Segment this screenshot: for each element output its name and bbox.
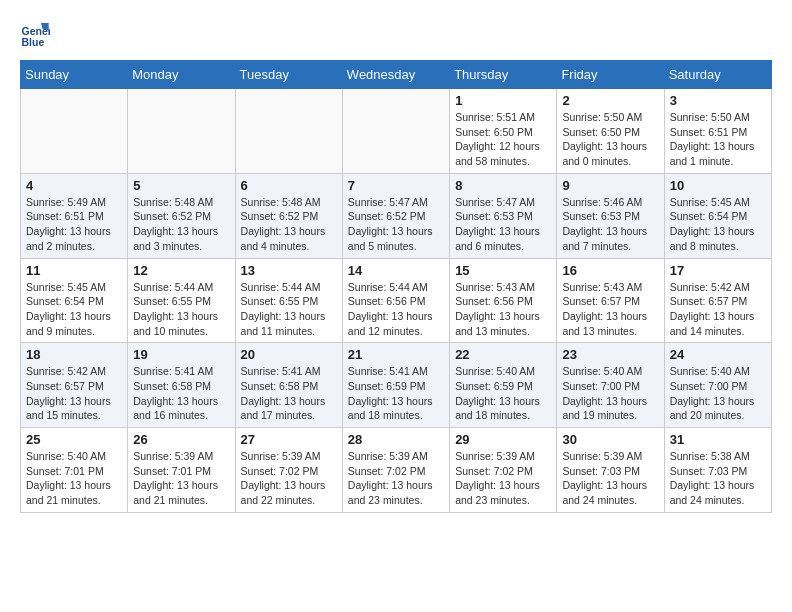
day-info: Sunrise: 5:40 AMSunset: 7:00 PMDaylight:…	[670, 364, 766, 423]
day-number: 1	[455, 93, 551, 108]
calendar-cell: 31Sunrise: 5:38 AMSunset: 7:03 PMDayligh…	[664, 428, 771, 513]
day-number: 15	[455, 263, 551, 278]
week-row-1: 4Sunrise: 5:49 AMSunset: 6:51 PMDaylight…	[21, 173, 772, 258]
calendar-table: SundayMondayTuesdayWednesdayThursdayFrid…	[20, 60, 772, 513]
day-number: 7	[348, 178, 444, 193]
calendar-cell: 25Sunrise: 5:40 AMSunset: 7:01 PMDayligh…	[21, 428, 128, 513]
calendar-cell	[21, 89, 128, 174]
day-info: Sunrise: 5:49 AMSunset: 6:51 PMDaylight:…	[26, 195, 122, 254]
day-info: Sunrise: 5:48 AMSunset: 6:52 PMDaylight:…	[133, 195, 229, 254]
day-number: 5	[133, 178, 229, 193]
day-number: 18	[26, 347, 122, 362]
day-number: 28	[348, 432, 444, 447]
calendar-cell: 20Sunrise: 5:41 AMSunset: 6:58 PMDayligh…	[235, 343, 342, 428]
calendar-cell: 9Sunrise: 5:46 AMSunset: 6:53 PMDaylight…	[557, 173, 664, 258]
day-number: 21	[348, 347, 444, 362]
header-saturday: Saturday	[664, 61, 771, 89]
day-number: 14	[348, 263, 444, 278]
day-info: Sunrise: 5:41 AMSunset: 6:58 PMDaylight:…	[133, 364, 229, 423]
day-info: Sunrise: 5:43 AMSunset: 6:57 PMDaylight:…	[562, 280, 658, 339]
calendar-cell: 17Sunrise: 5:42 AMSunset: 6:57 PMDayligh…	[664, 258, 771, 343]
calendar-cell: 19Sunrise: 5:41 AMSunset: 6:58 PMDayligh…	[128, 343, 235, 428]
header-sunday: Sunday	[21, 61, 128, 89]
calendar-cell: 13Sunrise: 5:44 AMSunset: 6:55 PMDayligh…	[235, 258, 342, 343]
calendar-cell: 8Sunrise: 5:47 AMSunset: 6:53 PMDaylight…	[450, 173, 557, 258]
day-info: Sunrise: 5:45 AMSunset: 6:54 PMDaylight:…	[670, 195, 766, 254]
calendar-cell: 21Sunrise: 5:41 AMSunset: 6:59 PMDayligh…	[342, 343, 449, 428]
day-number: 22	[455, 347, 551, 362]
day-number: 9	[562, 178, 658, 193]
calendar-cell: 22Sunrise: 5:40 AMSunset: 6:59 PMDayligh…	[450, 343, 557, 428]
svg-text:Blue: Blue	[22, 36, 45, 48]
calendar-cell	[342, 89, 449, 174]
day-number: 25	[26, 432, 122, 447]
week-row-4: 25Sunrise: 5:40 AMSunset: 7:01 PMDayligh…	[21, 428, 772, 513]
day-info: Sunrise: 5:39 AMSunset: 7:03 PMDaylight:…	[562, 449, 658, 508]
calendar-cell	[235, 89, 342, 174]
calendar-cell: 1Sunrise: 5:51 AMSunset: 6:50 PMDaylight…	[450, 89, 557, 174]
day-info: Sunrise: 5:39 AMSunset: 7:02 PMDaylight:…	[241, 449, 337, 508]
calendar-cell: 7Sunrise: 5:47 AMSunset: 6:52 PMDaylight…	[342, 173, 449, 258]
day-number: 19	[133, 347, 229, 362]
day-info: Sunrise: 5:41 AMSunset: 6:59 PMDaylight:…	[348, 364, 444, 423]
day-info: Sunrise: 5:39 AMSunset: 7:02 PMDaylight:…	[455, 449, 551, 508]
day-info: Sunrise: 5:47 AMSunset: 6:52 PMDaylight:…	[348, 195, 444, 254]
day-number: 6	[241, 178, 337, 193]
week-row-0: 1Sunrise: 5:51 AMSunset: 6:50 PMDaylight…	[21, 89, 772, 174]
calendar-cell: 23Sunrise: 5:40 AMSunset: 7:00 PMDayligh…	[557, 343, 664, 428]
header-thursday: Thursday	[450, 61, 557, 89]
day-info: Sunrise: 5:38 AMSunset: 7:03 PMDaylight:…	[670, 449, 766, 508]
calendar-cell: 2Sunrise: 5:50 AMSunset: 6:50 PMDaylight…	[557, 89, 664, 174]
calendar-cell: 5Sunrise: 5:48 AMSunset: 6:52 PMDaylight…	[128, 173, 235, 258]
calendar-cell: 16Sunrise: 5:43 AMSunset: 6:57 PMDayligh…	[557, 258, 664, 343]
day-number: 3	[670, 93, 766, 108]
day-info: Sunrise: 5:40 AMSunset: 7:01 PMDaylight:…	[26, 449, 122, 508]
week-row-3: 18Sunrise: 5:42 AMSunset: 6:57 PMDayligh…	[21, 343, 772, 428]
day-info: Sunrise: 5:39 AMSunset: 7:01 PMDaylight:…	[133, 449, 229, 508]
calendar-cell: 12Sunrise: 5:44 AMSunset: 6:55 PMDayligh…	[128, 258, 235, 343]
day-info: Sunrise: 5:42 AMSunset: 6:57 PMDaylight:…	[26, 364, 122, 423]
logo-icon: General Blue	[20, 20, 50, 50]
calendar-cell: 18Sunrise: 5:42 AMSunset: 6:57 PMDayligh…	[21, 343, 128, 428]
day-info: Sunrise: 5:44 AMSunset: 6:55 PMDaylight:…	[241, 280, 337, 339]
day-info: Sunrise: 5:40 AMSunset: 7:00 PMDaylight:…	[562, 364, 658, 423]
day-number: 16	[562, 263, 658, 278]
day-info: Sunrise: 5:50 AMSunset: 6:51 PMDaylight:…	[670, 110, 766, 169]
calendar-cell: 3Sunrise: 5:50 AMSunset: 6:51 PMDaylight…	[664, 89, 771, 174]
calendar-cell: 26Sunrise: 5:39 AMSunset: 7:01 PMDayligh…	[128, 428, 235, 513]
day-number: 24	[670, 347, 766, 362]
day-info: Sunrise: 5:47 AMSunset: 6:53 PMDaylight:…	[455, 195, 551, 254]
day-number: 31	[670, 432, 766, 447]
day-info: Sunrise: 5:45 AMSunset: 6:54 PMDaylight:…	[26, 280, 122, 339]
header-wednesday: Wednesday	[342, 61, 449, 89]
day-number: 20	[241, 347, 337, 362]
day-number: 4	[26, 178, 122, 193]
calendar-cell: 6Sunrise: 5:48 AMSunset: 6:52 PMDaylight…	[235, 173, 342, 258]
day-number: 12	[133, 263, 229, 278]
day-number: 26	[133, 432, 229, 447]
day-info: Sunrise: 5:51 AMSunset: 6:50 PMDaylight:…	[455, 110, 551, 169]
day-info: Sunrise: 5:44 AMSunset: 6:55 PMDaylight:…	[133, 280, 229, 339]
day-info: Sunrise: 5:46 AMSunset: 6:53 PMDaylight:…	[562, 195, 658, 254]
calendar-cell: 27Sunrise: 5:39 AMSunset: 7:02 PMDayligh…	[235, 428, 342, 513]
day-info: Sunrise: 5:43 AMSunset: 6:56 PMDaylight:…	[455, 280, 551, 339]
day-info: Sunrise: 5:40 AMSunset: 6:59 PMDaylight:…	[455, 364, 551, 423]
week-row-2: 11Sunrise: 5:45 AMSunset: 6:54 PMDayligh…	[21, 258, 772, 343]
header-friday: Friday	[557, 61, 664, 89]
day-info: Sunrise: 5:39 AMSunset: 7:02 PMDaylight:…	[348, 449, 444, 508]
day-number: 2	[562, 93, 658, 108]
page-header: General Blue	[20, 20, 772, 50]
day-number: 13	[241, 263, 337, 278]
day-info: Sunrise: 5:50 AMSunset: 6:50 PMDaylight:…	[562, 110, 658, 169]
calendar-header-row: SundayMondayTuesdayWednesdayThursdayFrid…	[21, 61, 772, 89]
day-number: 10	[670, 178, 766, 193]
header-tuesday: Tuesday	[235, 61, 342, 89]
day-number: 17	[670, 263, 766, 278]
day-number: 29	[455, 432, 551, 447]
calendar-cell: 11Sunrise: 5:45 AMSunset: 6:54 PMDayligh…	[21, 258, 128, 343]
day-number: 11	[26, 263, 122, 278]
calendar-cell: 4Sunrise: 5:49 AMSunset: 6:51 PMDaylight…	[21, 173, 128, 258]
calendar-cell: 24Sunrise: 5:40 AMSunset: 7:00 PMDayligh…	[664, 343, 771, 428]
day-info: Sunrise: 5:42 AMSunset: 6:57 PMDaylight:…	[670, 280, 766, 339]
calendar-cell: 30Sunrise: 5:39 AMSunset: 7:03 PMDayligh…	[557, 428, 664, 513]
